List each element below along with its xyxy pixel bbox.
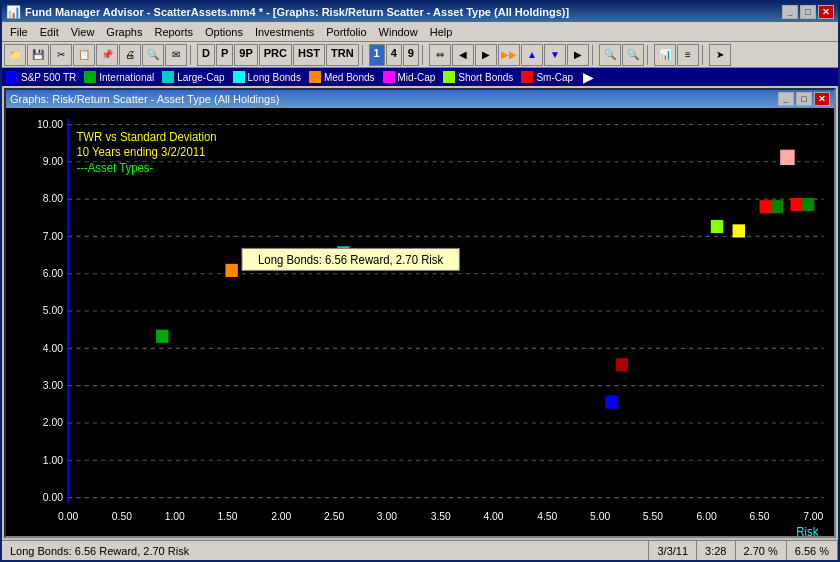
status-time: 3:28	[697, 541, 735, 560]
svg-text:1.50: 1.50	[217, 509, 237, 521]
menu-portfolio[interactable]: Portfolio	[320, 24, 372, 40]
status-pct1: 2.70 %	[736, 541, 787, 560]
toolbar-zoom-out[interactable]: 🔍	[622, 44, 644, 66]
legend-scroll-right[interactable]: ▶	[583, 69, 594, 85]
status-bar: Long Bonds: 6.56 Reward, 2.70 Risk 3/3/1…	[2, 540, 838, 560]
toolbar-btn-2[interactable]: 💾	[27, 44, 49, 66]
menu-view[interactable]: View	[65, 24, 101, 40]
maximize-button[interactable]: □	[800, 5, 816, 19]
window-title: Fund Manager Advisor - ScatterAssets.mm4…	[25, 6, 569, 18]
status-pct2: 6.56 %	[787, 541, 838, 560]
toolbar-btn-1[interactable]: 📁	[4, 44, 26, 66]
legend-item-midcap[interactable]: Mid-Cap	[383, 71, 436, 83]
legend-item-sp500[interactable]: S&P 500 TR	[6, 71, 76, 83]
datapoint-shortbonds[interactable]	[616, 358, 628, 371]
minimize-button[interactable]: _	[782, 5, 798, 19]
toolbar-nav-3[interactable]: ▶	[475, 44, 497, 66]
toolbar-btn-P[interactable]: P	[216, 44, 233, 66]
datapoint-midcap2[interactable]	[802, 198, 814, 211]
datapoint-shortbonds2[interactable]	[711, 220, 723, 233]
toolbar-sep-6	[702, 45, 706, 65]
status-date: 3/3/11	[649, 541, 697, 560]
svg-text:2.00: 2.00	[43, 416, 63, 428]
status-pct1-text: 2.70 %	[744, 545, 778, 557]
svg-text:1.00: 1.00	[43, 453, 63, 465]
toolbar-arrow[interactable]: ➤	[709, 44, 731, 66]
app-icon: 📊	[6, 5, 21, 19]
toolbar-nav-5[interactable]: ▲	[521, 44, 543, 66]
datapoint-international[interactable]	[156, 330, 168, 343]
datapoint-largecap[interactable]	[780, 150, 794, 165]
inner-maximize[interactable]: □	[796, 92, 812, 106]
toolbar-nav-7[interactable]: ▶	[567, 44, 589, 66]
toolbar-nav-2[interactable]: ◀	[452, 44, 474, 66]
menu-reports[interactable]: Reports	[148, 24, 199, 40]
toolbar-chart[interactable]: 📊	[654, 44, 676, 66]
toolbar-btn-num4[interactable]: 4	[386, 44, 402, 66]
toolbar-btn-D[interactable]: D	[197, 44, 215, 66]
toolbar-nav-6[interactable]: ▼	[544, 44, 566, 66]
close-button[interactable]: ✕	[818, 5, 834, 19]
datapoint-medbonds[interactable]	[225, 264, 237, 277]
datapoint-shortbonds3[interactable]	[733, 224, 745, 237]
legend-item-smcap[interactable]: Sm-Cap	[521, 71, 573, 83]
datapoint-smcap1[interactable]	[759, 200, 771, 213]
app-window: 📊 Fund Manager Advisor - ScatterAssets.m…	[0, 0, 840, 562]
svg-text:TWR vs Standard Deviation: TWR vs Standard Deviation	[76, 130, 216, 143]
menu-graphs[interactable]: Graphs	[100, 24, 148, 40]
inner-close[interactable]: ✕	[814, 92, 830, 106]
toolbar-btn-TRN[interactable]: TRN	[326, 44, 359, 66]
legend-color-shortbonds	[443, 71, 455, 83]
toolbar-nav-1[interactable]: ⇔	[429, 44, 451, 66]
menu-investments[interactable]: Investments	[249, 24, 320, 40]
legend-item-shortbonds[interactable]: Short Bonds	[443, 71, 513, 83]
toolbar-btn-6[interactable]: 🖨	[119, 44, 141, 66]
status-pct2-text: 6.56 %	[795, 545, 829, 557]
toolbar-btn-num1[interactable]: 1	[369, 44, 385, 66]
toolbar-nav-4[interactable]: ▶▶	[498, 44, 520, 66]
datapoint-smcap2[interactable]	[771, 200, 783, 213]
status-time-text: 3:28	[705, 545, 726, 557]
toolbar-btn-5[interactable]: 📌	[96, 44, 118, 66]
toolbar-btn-9P[interactable]: 9P	[234, 44, 257, 66]
legend-color-longbonds	[233, 71, 245, 83]
inner-minimize[interactable]: _	[778, 92, 794, 106]
legend-color-intl	[84, 71, 96, 83]
toolbar-zoom-in[interactable]: 🔍	[599, 44, 621, 66]
toolbar-btn-8[interactable]: ✉	[165, 44, 187, 66]
svg-text:5.00: 5.00	[590, 509, 610, 521]
legend-item-longbonds[interactable]: Long Bonds	[233, 71, 301, 83]
toolbar-sep-4	[592, 45, 596, 65]
legend-bar: S&P 500 TR International Large-Cap Long …	[2, 68, 838, 86]
legend-label-longbonds: Long Bonds	[248, 72, 301, 83]
menu-help[interactable]: Help	[424, 24, 459, 40]
svg-text:7.00: 7.00	[43, 229, 63, 241]
legend-item-largecap[interactable]: Large-Cap	[162, 71, 224, 83]
menu-file[interactable]: File	[4, 24, 34, 40]
menu-options[interactable]: Options	[199, 24, 249, 40]
toolbar-btn-3[interactable]: ✂	[50, 44, 72, 66]
svg-text:3.50: 3.50	[431, 509, 451, 521]
legend-item-medbonds[interactable]: Med Bonds	[309, 71, 375, 83]
chart-area[interactable]: 0.00 1.00 2.00 3.00 4.00 5.00 6.00 7.00 …	[6, 108, 834, 536]
toolbar-btn-PRC[interactable]: PRC	[259, 44, 292, 66]
toolbar-sep-5	[647, 45, 651, 65]
svg-text:Long Bonds: 6.56 Reward, 2.70 : Long Bonds: 6.56 Reward, 2.70 Risk	[258, 253, 443, 266]
toolbar-list[interactable]: ≡	[677, 44, 699, 66]
datapoint-sp500[interactable]	[605, 396, 617, 409]
svg-text:4.50: 4.50	[537, 509, 557, 521]
datapoint-midcap1[interactable]	[791, 198, 803, 211]
toolbar-btn-HST[interactable]: HST	[293, 44, 325, 66]
inner-window-title: Graphs: Risk/Return Scatter - Asset Type…	[10, 93, 279, 105]
legend-label-intl: International	[99, 72, 154, 83]
svg-text:2.50: 2.50	[324, 509, 344, 521]
svg-text:4.00: 4.00	[43, 341, 63, 353]
toolbar-btn-7[interactable]: 🔍	[142, 44, 164, 66]
toolbar-btn-num9[interactable]: 9	[403, 44, 419, 66]
legend-label-sp500: S&P 500 TR	[21, 72, 76, 83]
menu-edit[interactable]: Edit	[34, 24, 65, 40]
toolbar-btn-4[interactable]: 📋	[73, 44, 95, 66]
chart-svg: 0.00 1.00 2.00 3.00 4.00 5.00 6.00 7.00 …	[6, 108, 834, 536]
menu-window[interactable]: Window	[373, 24, 424, 40]
legend-item-intl[interactable]: International	[84, 71, 154, 83]
